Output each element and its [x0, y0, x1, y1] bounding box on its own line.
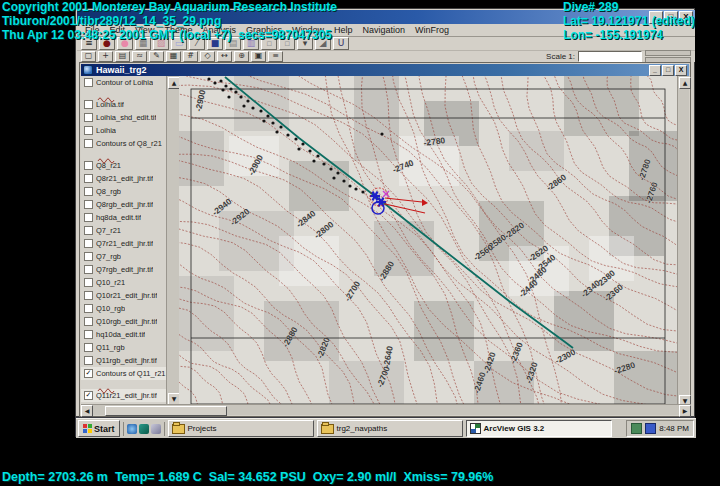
- toc-item[interactable]: Q7r21_edit_jhr.tif: [81, 237, 167, 250]
- toc-item[interactable]: Contour of Loihia: [81, 76, 167, 89]
- pan-button[interactable]: ↔: [217, 51, 232, 62]
- hash-button[interactable]: #: [183, 51, 198, 62]
- toc-item[interactable]: Q11rgb_edit_jhr.tif: [81, 354, 167, 367]
- taskbar: Start Projectstrg2_navpathsArcView GIS 3…: [76, 418, 696, 438]
- start-button[interactable]: Start: [78, 420, 120, 437]
- toc-item[interactable]: Q8_r21: [81, 159, 167, 172]
- quick-launch-icon-1[interactable]: [127, 424, 137, 434]
- windows-logo-icon: [83, 424, 92, 433]
- quick-launch-icon-2[interactable]: [139, 424, 149, 434]
- theme-checkbox[interactable]: [84, 126, 93, 135]
- theme-checkbox[interactable]: [84, 291, 93, 300]
- system-tray: 8:48 PM: [626, 420, 694, 437]
- quick-launch-icon-3[interactable]: [151, 424, 161, 434]
- toc-item[interactable]: Q7rgb_edit_jhr.tif: [81, 263, 167, 276]
- legend-button[interactable]: ≈: [132, 51, 147, 62]
- toc-item[interactable]: Q7_rgb: [81, 250, 167, 263]
- task-button-trg2-navpaths[interactable]: trg2_navpaths: [317, 420, 463, 437]
- scroll-left-icon[interactable]: ◀: [81, 405, 93, 417]
- view-minimize-button[interactable]: _: [649, 65, 661, 76]
- menu-navigation[interactable]: Navigation: [357, 24, 410, 36]
- theme-checkbox[interactable]: [84, 278, 93, 287]
- save-button[interactable]: ▢: [81, 51, 96, 62]
- scroll-right-icon[interactable]: ▶: [679, 405, 691, 417]
- menu-help[interactable]: Help: [329, 24, 358, 36]
- theme-checkbox[interactable]: [84, 226, 93, 235]
- task-button-arcview-gis-3-2[interactable]: ArcView GIS 3.2: [466, 420, 612, 437]
- toc-item[interactable]: Q10_rgb: [81, 302, 167, 315]
- zoom-plus-button[interactable]: ⊕: [234, 51, 249, 62]
- view-close-button[interactable]: X: [675, 65, 687, 76]
- toc-item[interactable]: Contours of Q8_r21: [81, 137, 167, 150]
- toc-item[interactable]: ✓Contours of Q11_r21: [81, 367, 167, 380]
- task-label: ArcView GIS 3.2: [484, 424, 545, 433]
- quick-launch: [123, 422, 165, 436]
- grid2-button[interactable]: ▦: [166, 51, 181, 62]
- toc-item[interactable]: hq10da_edit.tif: [81, 328, 167, 341]
- theme-checkbox[interactable]: [84, 265, 93, 274]
- view-icon: [83, 65, 93, 75]
- toc-item[interactable]: Loihia.tif: [81, 98, 167, 111]
- table-button[interactable]: ▤: [115, 51, 130, 62]
- theme-checkbox[interactable]: [84, 78, 93, 87]
- diamond-button[interactable]: ◇: [200, 51, 215, 62]
- theme-checkbox[interactable]: [84, 304, 93, 313]
- theme-checkbox[interactable]: [84, 187, 93, 196]
- theme-checkbox[interactable]: [84, 356, 93, 365]
- theme-checkbox[interactable]: [84, 213, 93, 222]
- scale-input[interactable]: [578, 51, 642, 62]
- edit-button[interactable]: ✎: [149, 51, 164, 62]
- view-window: Hawaii_trg2 _ □ X Contour of LoihiaLoihi…: [79, 62, 691, 417]
- u-button[interactable]: U: [333, 37, 349, 50]
- filled-button[interactable]: ▣: [251, 51, 266, 62]
- toc-item[interactable]: Q8rgb_edit_jhr.tif: [81, 198, 167, 211]
- scroll-up-icon[interactable]: ▲: [679, 77, 691, 89]
- table-of-contents: Contour of LoihiaLoihia.tifLoihia_shd_ed…: [81, 76, 180, 406]
- scroll-thumb[interactable]: [105, 406, 227, 416]
- map-horizontal-scrollbar[interactable]: ◀ ▶: [81, 404, 691, 415]
- theme-label: Q7rgb_edit_jhr.tif: [96, 265, 153, 274]
- theme-label: Contours of Q8_r21: [96, 139, 162, 148]
- view-maximize-button[interactable]: □: [662, 65, 674, 76]
- theme-checkbox[interactable]: [84, 113, 93, 122]
- add-theme-button[interactable]: +: [98, 51, 113, 62]
- toc-item[interactable]: Q8r21_edit_jhr.tif: [81, 172, 167, 185]
- map-vertical-scrollbar[interactable]: ▲ ▼: [677, 76, 689, 408]
- arcview-main-window: _ □ X FileEditViewThemeAnalysisGraphicsW…: [75, 8, 695, 417]
- theme-label: Q11rgb_edit_jhr.tif: [96, 356, 157, 365]
- toc-item[interactable]: Q10_r21: [81, 276, 167, 289]
- menu-winfrog[interactable]: WinFrog: [410, 24, 454, 36]
- task-button-projects[interactable]: Projects: [168, 420, 314, 437]
- toc-scrollbar[interactable]: ▲ ▼: [166, 76, 179, 406]
- desktop: _ □ X FileEditViewThemeAnalysisGraphicsW…: [75, 8, 695, 437]
- theme-checkbox[interactable]: [84, 200, 93, 209]
- theme-checkbox[interactable]: [84, 174, 93, 183]
- toc-item[interactable]: Q7_r21: [81, 224, 167, 237]
- theme-label: Q8r21_edit_jhr.tif: [96, 174, 153, 183]
- list-button[interactable]: ≡: [268, 51, 283, 62]
- toc-item[interactable]: Q10rgb_edit_jhr.tif: [81, 315, 167, 328]
- theme-checkbox[interactable]: [84, 139, 93, 148]
- toc-item[interactable]: Loihia_shd_edit.tif: [81, 111, 167, 124]
- tray-icon-2[interactable]: [645, 423, 656, 434]
- toc-item[interactable]: Q11_rgb: [81, 341, 167, 354]
- coord-x-readout: [645, 50, 691, 56]
- theme-checkbox[interactable]: [84, 343, 93, 352]
- overlay-ctd-data: Depth= 2703.26 m Temp= 1.689 C Sal= 34.6…: [2, 470, 493, 484]
- theme-checkbox[interactable]: [84, 161, 93, 170]
- theme-checkbox[interactable]: [84, 100, 93, 109]
- toc-item[interactable]: ✓Q11r21_edit_jhr.tif: [81, 389, 167, 402]
- theme-checkbox[interactable]: [84, 252, 93, 261]
- toc-item[interactable]: hq8da_edit.tif: [81, 211, 167, 224]
- theme-checkbox[interactable]: ✓: [84, 391, 93, 400]
- theme-checkbox[interactable]: [84, 317, 93, 326]
- view-titlebar[interactable]: Hawaii_trg2 _ □ X: [81, 64, 689, 76]
- theme-checkbox[interactable]: ✓: [84, 369, 93, 378]
- toc-item[interactable]: Q8_rgb: [81, 185, 167, 198]
- toc-item[interactable]: Q10r21_edit_jhr.tif: [81, 289, 167, 302]
- map-view[interactable]: -2900-2780-2740-2900-2940-2920-2840-2800…: [179, 76, 679, 408]
- toc-item[interactable]: Loihia: [81, 124, 167, 137]
- tray-icon-1[interactable]: [631, 423, 642, 434]
- theme-checkbox[interactable]: [84, 239, 93, 248]
- theme-checkbox[interactable]: [84, 330, 93, 339]
